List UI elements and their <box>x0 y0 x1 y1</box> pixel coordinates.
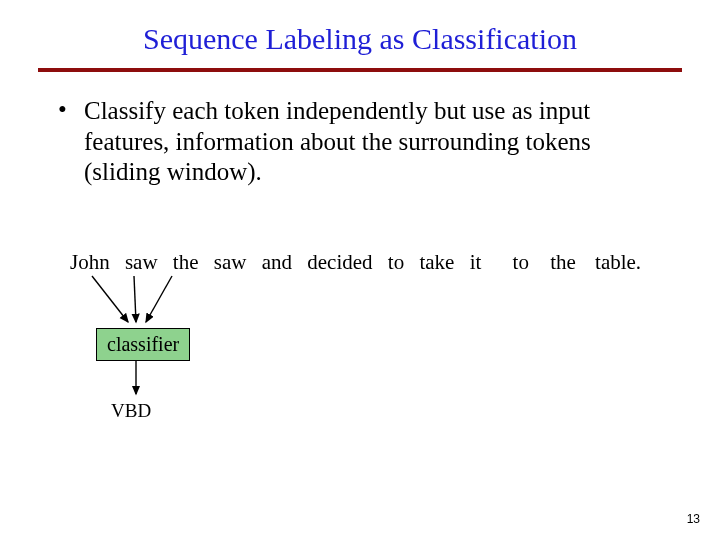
arrow-token-1 <box>92 276 128 322</box>
example-sentence: John saw the saw and decided to take it … <box>70 250 670 275</box>
token: the <box>550 250 576 275</box>
slide: Sequence Labeling as Classification • Cl… <box>0 0 720 540</box>
token: it <box>470 250 482 275</box>
token: to <box>388 250 404 275</box>
token: John <box>70 250 110 275</box>
token: the <box>173 250 199 275</box>
body-content: • Classify each token independently but … <box>0 72 720 188</box>
token: saw <box>125 250 158 275</box>
bullet-item: • Classify each token independently but … <box>58 96 662 188</box>
bullet-mark: • <box>58 96 84 188</box>
token: saw <box>214 250 247 275</box>
classifier-box: classifier <box>96 328 190 361</box>
token: to <box>513 250 529 275</box>
token: table. <box>595 250 641 275</box>
output-tag: VBD <box>111 400 151 422</box>
arrow-token-2 <box>134 276 136 322</box>
slide-title: Sequence Labeling as Classification <box>0 0 720 68</box>
token: and <box>262 250 292 275</box>
token-row: John saw the saw and decided to take it … <box>70 250 670 275</box>
bullet-text: Classify each token independently but us… <box>84 96 662 188</box>
token: take <box>419 250 454 275</box>
arrow-token-3 <box>146 276 172 322</box>
page-number: 13 <box>687 512 700 526</box>
token: decided <box>307 250 372 275</box>
